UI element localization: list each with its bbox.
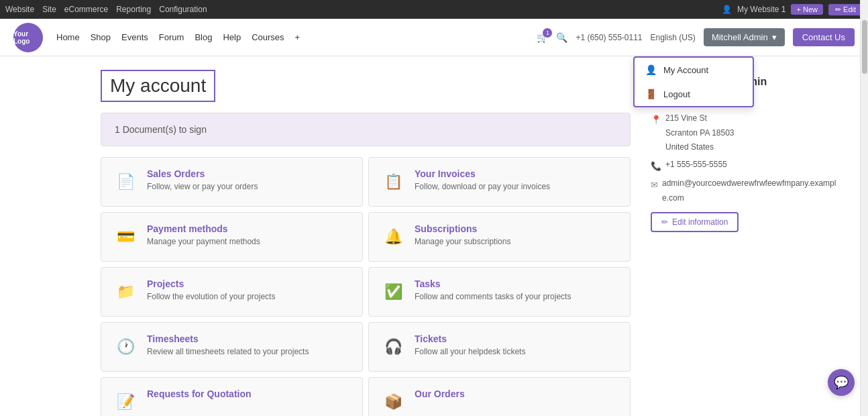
nav-forum[interactable]: Forum (159, 32, 184, 42)
admin-avatar-icon: 👤 (722, 5, 732, 14)
phone-icon: 📞 (651, 158, 661, 174)
sales-orders-icon: 📄 (112, 168, 139, 195)
documents-banner[interactable]: 1 Document(s) to sign (101, 113, 631, 146)
tickets-icon: 🎧 (380, 333, 406, 360)
nav-shop[interactable]: Shop (91, 32, 111, 42)
nav-blog[interactable]: Blog (195, 32, 212, 42)
nav-home[interactable]: Home (56, 32, 80, 42)
language-selector[interactable]: English (US) (651, 33, 696, 42)
admin-bar-left: Website Site eCommerce Reporting Configu… (5, 5, 207, 14)
mitchell-admin-button[interactable]: Mitchell Admin ▾ (704, 28, 785, 46)
projects-icon: 📁 (112, 278, 139, 305)
left-panel: My account 1 Document(s) to sign 📄 Sales… (101, 70, 631, 416)
my-website-label[interactable]: My Website 1 (737, 5, 785, 14)
logo[interactable]: Your Logo (13, 23, 43, 52)
contact-us-button[interactable]: Contact Us (793, 28, 855, 46)
nav-plus[interactable]: + (295, 32, 301, 42)
profile-details: 📍 215 Vine St Scranton PA 18503 United S… (651, 111, 838, 205)
nav-links: Home Shop Events Forum Blog Help Courses… (56, 32, 523, 42)
email-text: admin@yourcoewdwerewfrwfeewfmpany.exampl… (662, 176, 838, 205)
chat-bubble[interactable]: 💬 (828, 369, 855, 396)
edit-information-button[interactable]: ✏ Edit information (651, 212, 739, 232)
invoices-text: Your Invoices Follow, download or pay yo… (415, 168, 550, 193)
quotations-icon: 📝 (112, 388, 139, 415)
admin-bar-configuration[interactable]: Configuration (159, 5, 207, 14)
navbar: Your Logo Home Shop Events Forum Blog He… (0, 19, 868, 56)
address-text: 215 Vine St Scranton PA 18503 United Sta… (665, 111, 735, 155)
phone-number: +1 (650) 555-0111 (576, 33, 642, 42)
dropdown-my-account[interactable]: 👤 My Account (635, 58, 753, 82)
my-account-icon: 👤 (645, 64, 657, 75)
dropdown-arrow-icon: ▾ (772, 32, 777, 42)
phone-row: 📞 +1 555-555-5555 (651, 158, 838, 174)
nav-right: 🛒 1 🔍 +1 (650) 555-0111 English (US) Mit… (537, 28, 855, 46)
sales-orders-text: Sales Orders Follow, view or pay your or… (147, 168, 258, 193)
card-payment-methods[interactable]: 💳 Payment methods Manage your payment me… (101, 212, 363, 262)
card-tasks[interactable]: ✅ Tasks Follow and comments tasks of you… (368, 267, 631, 317)
location-icon: 📍 (651, 112, 661, 127)
timesheets-text: Timesheets Review all timesheets related… (147, 333, 309, 358)
address-row: 📍 215 Vine St Scranton PA 18503 United S… (651, 111, 838, 155)
admin-bar-reporting[interactable]: Reporting (116, 5, 151, 14)
dropdown-logout[interactable]: 🚪 Logout (635, 82, 753, 106)
timesheets-icon: 🕐 (112, 333, 139, 360)
subscriptions-text: Subscriptions Manage your subscriptions (415, 223, 510, 248)
right-panel: 🤓 Mitchell Admin YourCompany 📍 215 Vine … (651, 70, 838, 416)
email-row: ✉ admin@yourcoewdwerewfrwfeewfmpany.exam… (651, 176, 838, 205)
edit-button[interactable]: ✏ Edit (828, 4, 863, 15)
tickets-text: Tickets Follow all your helpdesk tickets (415, 333, 525, 358)
card-our-orders[interactable]: 📦 Our Orders (368, 377, 631, 416)
our-orders-icon: 📦 (380, 388, 406, 415)
card-tickets[interactable]: 🎧 Tickets Follow all your helpdesk ticke… (368, 322, 631, 372)
nav-courses[interactable]: Courses (252, 32, 284, 42)
account-dropdown: 👤 My Account 🚪 Logout (633, 56, 754, 107)
admin-bar-ecommerce[interactable]: eCommerce (64, 5, 108, 14)
projects-text: Projects Follow the evolution of your pr… (147, 278, 275, 303)
quotations-text: Requests for Quotation (147, 388, 252, 401)
card-invoices[interactable]: 📋 Your Invoices Follow, download or pay … (368, 157, 631, 207)
cart-badge: 1 (543, 28, 552, 38)
scrollbar[interactable] (860, 0, 868, 416)
admin-bar-website[interactable]: Website (5, 5, 34, 14)
logout-icon: 🚪 (645, 89, 657, 99)
edit-icon: ✏ (661, 217, 668, 227)
cart-icon[interactable]: 🛒 1 (537, 32, 548, 43)
nav-help[interactable]: Help (223, 32, 241, 42)
payment-methods-text: Payment methods Manage your payment meth… (147, 223, 260, 248)
scroll-thumb (862, 20, 867, 74)
tasks-icon: ✅ (380, 278, 406, 305)
page-title: My account (101, 70, 215, 102)
tasks-text: Tasks Follow and comments tasks of your … (415, 278, 571, 303)
search-icon[interactable]: 🔍 (556, 32, 567, 43)
email-icon: ✉ (651, 177, 658, 193)
admin-bar-right: 👤 My Website 1 + New ✏ Edit (722, 4, 863, 15)
card-sales-orders[interactable]: 📄 Sales Orders Follow, view or pay your … (101, 157, 363, 207)
subscriptions-icon: 🔔 (380, 223, 406, 250)
card-projects[interactable]: 📁 Projects Follow the evolution of your … (101, 267, 363, 317)
phone-text: +1 555-555-5555 (665, 158, 727, 172)
payment-methods-icon: 💳 (112, 223, 139, 250)
card-quotations[interactable]: 📝 Requests for Quotation (101, 377, 363, 416)
card-subscriptions[interactable]: 🔔 Subscriptions Manage your subscription… (368, 212, 631, 262)
invoices-icon: 📋 (380, 168, 406, 195)
card-timesheets[interactable]: 🕐 Timesheets Review all timesheets relat… (101, 322, 363, 372)
nav-events[interactable]: Events (121, 32, 148, 42)
cards-grid: 📄 Sales Orders Follow, view or pay your … (101, 157, 631, 416)
main-content: My account 1 Document(s) to sign 📄 Sales… (0, 56, 868, 416)
our-orders-text: Our Orders (415, 388, 465, 401)
admin-bar: Website Site eCommerce Reporting Configu… (0, 0, 868, 19)
new-button[interactable]: + New (791, 4, 823, 15)
admin-bar-site[interactable]: Site (42, 5, 56, 14)
